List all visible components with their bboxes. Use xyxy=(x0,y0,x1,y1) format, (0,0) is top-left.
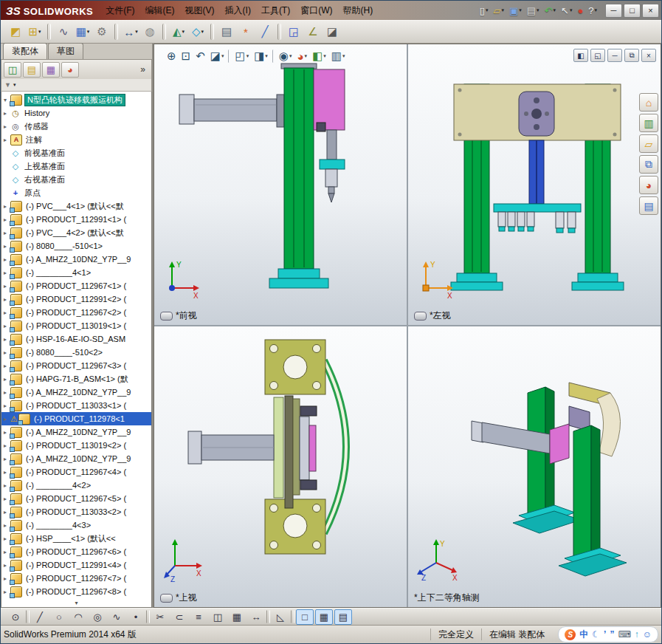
displaymanager-tab-icon[interactable]: ◕ xyxy=(61,62,79,78)
front-view-model[interactable] xyxy=(175,56,396,292)
offset-entities-icon[interactable]: ≡ xyxy=(190,609,207,625)
tree-item[interactable]: (-) A_MHZ2_10DN2_Y7P__9 xyxy=(1,452,151,465)
edit-component-icon[interactable]: ◩ xyxy=(7,23,24,41)
tree-item[interactable]: (-) PRODUCT_112967<7> ( xyxy=(1,572,151,585)
ime-punct-icon[interactable]: ’ xyxy=(604,629,606,640)
featuremanager-tab-icon[interactable]: ◫ xyxy=(4,62,21,78)
undo-icon[interactable]: ↶ xyxy=(542,3,558,18)
tree-item[interactable]: (-) 8080____-510<1> xyxy=(1,239,151,253)
show-hidden-components-icon[interactable]: ◍ xyxy=(141,23,159,41)
linear-pattern-icon[interactable]: ▦ xyxy=(228,609,246,625)
doc-minimize-button[interactable]: ─ xyxy=(607,49,622,62)
spline-tool-icon[interactable]: ∿ xyxy=(108,609,125,625)
tree-item[interactable]: (-) PRODUCT_112967<6> ( xyxy=(1,545,151,558)
toolbar-icon[interactable] xyxy=(114,24,118,40)
tree-item[interactable]: (-) PRODUCT_112991<2> ( xyxy=(1,292,151,306)
tree-item[interactable]: (-) 8080____-510<2> xyxy=(1,346,151,359)
sketch-tool-icon[interactable] xyxy=(146,610,150,623)
exploded-view-icon[interactable]: * xyxy=(237,23,255,41)
move-entities-icon[interactable]: ↔ xyxy=(247,609,265,625)
propertymanager-tab-icon[interactable]: ▤ xyxy=(23,62,41,78)
component-pattern-icon[interactable]: ▦ xyxy=(74,23,92,41)
menu-item[interactable]: 插入(I) xyxy=(220,4,256,17)
mirror-entities-icon[interactable]: ◫ xyxy=(209,609,227,625)
doc-close-button[interactable]: × xyxy=(641,49,656,62)
configurationmanager-tab-icon[interactable]: ▦ xyxy=(42,62,60,78)
ime-moon-icon[interactable]: ☾ xyxy=(592,629,600,640)
tree-item[interactable]: (-) A_MHZ2_10DN2_Y7P__9 xyxy=(1,253,151,266)
ime-keyboard-icon[interactable]: ⌨ xyxy=(618,629,630,640)
toolbar-icon[interactable] xyxy=(277,24,281,40)
tree-root-assembly[interactable]: N型凸轮轨迹移载搬运机构 xyxy=(1,93,151,106)
sketch-tool-icon[interactable] xyxy=(26,610,30,623)
grid-system-icon[interactable]: □ xyxy=(296,609,314,625)
select-icon[interactable]: ↖ xyxy=(559,3,574,18)
open-document-icon[interactable]: ▱ xyxy=(491,3,506,18)
tree-item[interactable]: (-) PRODUCT_112991<1> ( xyxy=(1,213,151,226)
menu-item[interactable]: 工具(T) xyxy=(256,4,295,17)
tree-item[interactable]: (-) PRODUCT_113033<2> ( xyxy=(1,505,151,518)
tree-item[interactable]: (-) HSP-16-AE-IO-SD_ASM xyxy=(1,332,151,346)
expander-icon[interactable] xyxy=(4,110,10,117)
interference-detection-icon[interactable]: ◲ xyxy=(285,23,303,41)
viewport-top[interactable]: X Z *上视 xyxy=(154,326,408,607)
tree-item[interactable]: 注解 xyxy=(1,133,151,146)
explode-line-sketch-icon[interactable]: ╱ xyxy=(256,23,274,41)
tree-filter-bar[interactable]: ▼ xyxy=(1,79,152,92)
toolbar-icon[interactable] xyxy=(47,24,51,40)
resources-home-icon[interactable]: ⌂ xyxy=(639,93,658,112)
zoom-fit-icon[interactable]: ⊕ xyxy=(165,48,179,64)
arc-tool-icon[interactable]: ◠ xyxy=(69,609,87,625)
ime-quote-icon[interactable]: ” xyxy=(610,629,614,640)
line-tool-icon[interactable]: ╱ xyxy=(31,609,49,625)
assembly-features-icon[interactable]: ◭ xyxy=(170,23,187,41)
tree-item[interactable]: 传感器 xyxy=(1,120,151,133)
tree-item[interactable]: (-) PRODUCT_112967<1> ( xyxy=(1,279,151,292)
graphics-area[interactable]: Y X *前视 xyxy=(154,44,661,608)
expander-icon[interactable] xyxy=(4,137,10,143)
previous-view-icon[interactable]: ↶ xyxy=(193,48,207,64)
tree-item[interactable]: (-) ________4<1> xyxy=(1,266,151,279)
move-component-icon[interactable]: ↔ xyxy=(122,23,139,41)
zoom-area-icon[interactable]: ⊡ xyxy=(179,48,193,64)
doc-restore-button[interactable]: ⧉ xyxy=(624,49,639,62)
close-button[interactable]: × xyxy=(642,4,659,18)
convert-entities-icon[interactable]: ⊂ xyxy=(170,609,188,625)
isometric-view-model[interactable] xyxy=(439,335,661,586)
view-settings-icon[interactable]: ▥ xyxy=(329,48,348,64)
maximize-button[interactable]: □ xyxy=(624,4,641,18)
menu-item[interactable]: 帮助(H) xyxy=(338,4,379,17)
ime-up-icon[interactable]: ↑ xyxy=(635,629,639,640)
sketch-tool-icon[interactable] xyxy=(266,610,270,623)
view-palette-icon[interactable]: ⧉ xyxy=(639,155,658,174)
tree-item[interactable]: (-) PRODUCT_112967<4> ( xyxy=(1,465,151,479)
sogou-icon[interactable]: S xyxy=(565,629,576,640)
save-icon[interactable]: ▣ xyxy=(507,3,524,18)
apply-scene-icon[interactable]: ◧ xyxy=(310,48,328,64)
menu-item[interactable]: 文件(F) xyxy=(100,4,139,17)
chamfer-tool-icon[interactable]: ◺ xyxy=(272,609,289,625)
toolbar-icon[interactable] xyxy=(162,24,166,40)
expander-icon[interactable] xyxy=(4,416,10,422)
tree-item[interactable]: 右视基准面 xyxy=(1,173,151,186)
menu-item[interactable]: 视图(V) xyxy=(180,4,220,17)
commandmanager-tab[interactable]: 装配体 xyxy=(3,43,47,59)
tree-item[interactable]: (-) PRODUCT_112978<1 xyxy=(1,412,151,425)
tree-item[interactable]: (-) ________4<3> xyxy=(1,518,151,532)
viewport-front[interactable]: Y X *前视 xyxy=(154,44,408,326)
menu-item[interactable]: 窗口(W) xyxy=(295,4,337,17)
tree-item[interactable]: (-) PRODUCT_113019<1> ( xyxy=(1,319,151,332)
ellipse-tool-icon[interactable]: ◎ xyxy=(89,609,106,625)
tree-item[interactable]: 上视基准面 xyxy=(1,160,151,173)
new-document-icon[interactable]: ▯ xyxy=(477,3,491,18)
custom-properties-icon[interactable]: ▤ xyxy=(639,196,658,215)
tree-item[interactable]: (-) PRODUCT_112967<3> ( xyxy=(1,359,151,372)
reference-geometry-icon[interactable]: ◇ xyxy=(189,23,207,41)
display-style-icon[interactable]: ◨ xyxy=(252,48,270,64)
view-orientation-icon[interactable]: ◰ xyxy=(232,48,251,64)
minimize-button[interactable]: ─ xyxy=(605,4,622,18)
point-tool-icon[interactable]: • xyxy=(127,609,145,625)
tree-item[interactable]: 前视基准面 xyxy=(1,146,151,160)
select-tool-icon[interactable]: ⊙ xyxy=(7,609,24,625)
tree-item[interactable]: (-) PRODUCT_112967<5> ( xyxy=(1,492,151,505)
